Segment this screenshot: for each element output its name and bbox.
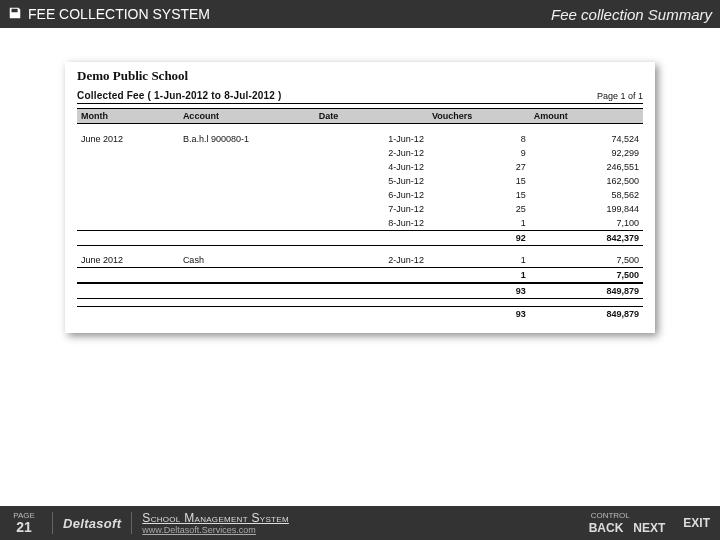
next-button[interactable]: NEXT (633, 521, 665, 535)
cell: 15 (428, 174, 530, 188)
page-body: Demo Public School Collected Fee ( 1-Jun… (0, 28, 720, 506)
cell: 1 (428, 216, 530, 231)
school-name: Demo Public School (77, 68, 643, 84)
product-name: School Management System (142, 511, 289, 525)
cell: 246,551 (530, 160, 643, 174)
table-row: 8-Jun-12 1 7,100 (77, 216, 643, 231)
table-row: June 2012 Cash 2-Jun-12 1 7,500 (77, 253, 643, 268)
table-row: 5-Jun-12 15 162,500 (77, 174, 643, 188)
col-month: Month (77, 109, 179, 124)
cell: 7,500 (530, 253, 643, 268)
cell: 92,299 (530, 146, 643, 160)
cell: 849,879 (530, 307, 643, 322)
back-button[interactable]: BACK (589, 521, 624, 535)
cell: 25 (428, 202, 530, 216)
col-date: Date (315, 109, 428, 124)
cell: 849,879 (530, 283, 643, 299)
date-range: Collected Fee ( 1-Jun-2012 to 8-Jul-2012… (77, 90, 282, 101)
cell: 199,844 (530, 202, 643, 216)
table-row: 4-Jun-12 27 246,551 (77, 160, 643, 174)
divider (52, 512, 53, 534)
cell: Cash (179, 253, 315, 268)
cell: 7,100 (530, 216, 643, 231)
table-row: 6-Jun-12 15 58,562 (77, 188, 643, 202)
cell: 27 (428, 160, 530, 174)
table-row: June 2012 B.a.h.l 900080-1 1-Jun-12 8 74… (77, 132, 643, 146)
table-row: 7-Jun-12 25 199,844 (77, 202, 643, 216)
cell: 9 (428, 146, 530, 160)
col-account: Account (179, 109, 315, 124)
cell: 93 (428, 283, 530, 299)
overall-total-row: 93 849,879 (77, 307, 643, 322)
save-icon (8, 6, 22, 23)
cell: 2-Jun-12 (315, 146, 428, 160)
app-header: FEE COLLECTION SYSTEM Fee collection Sum… (0, 0, 720, 28)
cell: 74,524 (530, 132, 643, 146)
control-label: CONTROL (591, 512, 630, 520)
header-subtitle: Fee collection Summary (551, 6, 712, 23)
report-panel: Demo Public School Collected Fee ( 1-Jun… (65, 62, 655, 333)
cell: B.a.h.l 900080-1 (179, 132, 315, 146)
subtotal-row: 92 842,379 (77, 230, 643, 245)
brand-name: Deltasoft (57, 516, 127, 531)
cell: 1 (428, 253, 530, 268)
cell: 58,562 (530, 188, 643, 202)
cell: 8-Jun-12 (315, 216, 428, 231)
cell: 4-Jun-12 (315, 160, 428, 174)
col-vouchers: Vouchers (428, 109, 530, 124)
cell: 842,379 (530, 230, 643, 245)
cell: June 2012 (77, 253, 179, 268)
subtotal-row: 1 7,500 (77, 268, 643, 284)
report-table: Month Account Date Vouchers Amount June … (77, 108, 643, 321)
cell: 8 (428, 132, 530, 146)
cell: 2-Jun-12 (315, 253, 428, 268)
header-title: FEE COLLECTION SYSTEM (28, 6, 210, 22)
table-row: 2-Jun-12 9 92,299 (77, 146, 643, 160)
cell: 7,500 (530, 268, 643, 284)
exit-button[interactable]: EXIT (669, 516, 720, 530)
app-footer: PAGE 21 Deltasoft School Management Syst… (0, 506, 720, 540)
cell: 162,500 (530, 174, 643, 188)
product-url: www.Deltasoft.Services.com (142, 525, 289, 535)
page-indicator: Page 1 of 1 (597, 91, 643, 101)
cell: 6-Jun-12 (315, 188, 428, 202)
cell: 15 (428, 188, 530, 202)
cell: 1-Jun-12 (315, 132, 428, 146)
divider (131, 512, 132, 534)
grand-total-row: 93 849,879 (77, 283, 643, 299)
cell: 1 (428, 268, 530, 284)
cell: 92 (428, 230, 530, 245)
cell: June 2012 (77, 132, 179, 146)
cell: 5-Jun-12 (315, 174, 428, 188)
cell: 93 (428, 307, 530, 322)
cell: 7-Jun-12 (315, 202, 428, 216)
col-amount: Amount (530, 109, 643, 124)
page-number: 21 (0, 520, 48, 534)
